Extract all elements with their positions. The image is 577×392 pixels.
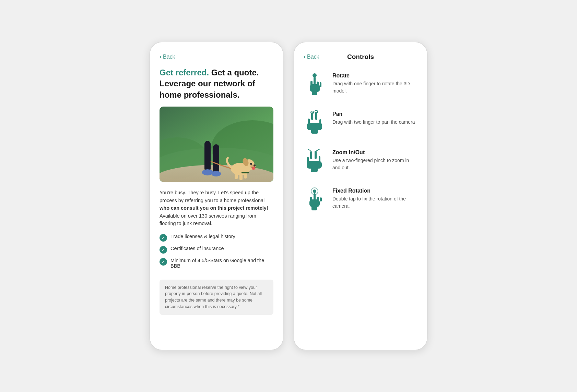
svg-point-7 [202,169,213,175]
svg-rect-37 [310,151,312,159]
right-phone-frame: ‹ Back Controls [294,42,427,350]
svg-rect-15 [235,172,238,179]
disclaimer-text: Home professional reserve the right to v… [165,285,262,309]
zoom-desc: Use a two-fingered pinch to zoom in and … [332,157,417,171]
fixed-rotation-control-item: Fixed Rotation Double tap to fix the rot… [304,186,417,213]
svg-rect-48 [320,197,322,201]
fixed-rotation-desc: Double tap to fix the rotation of the ca… [332,195,417,210]
rotate-desc: Drag with one finger to rotate the 3D mo… [332,80,417,95]
back-chevron-icon: ‹ [160,53,162,60]
svg-rect-26 [312,90,317,95]
svg-rect-6 [213,144,219,173]
svg-rect-16 [239,173,243,180]
body-text: You're busy. They're busy. Let's speed u… [160,189,273,227]
back-label-left: Back [163,54,175,60]
svg-point-8 [211,171,221,176]
pan-desc: Drag with two finger to pan the camera [332,119,417,126]
back-label-right: Back [307,54,319,60]
svg-point-14 [250,163,252,165]
fixed-rotation-icon [304,186,326,213]
list-item: ✓ Trade licenses & legal history [160,234,273,242]
svg-point-13 [254,164,256,167]
svg-rect-5 [204,141,211,172]
pan-icon [304,109,326,136]
check-icon: ✓ [160,234,167,242]
fixed-rotation-control-text: Fixed Rotation Double tap to fix the rot… [332,186,417,210]
list-item: ✓ Certificates of insurance [160,246,273,254]
list-item: ✓ Minimum of 4.5/5-Stars on Google and t… [160,258,273,269]
controls-header: ‹ Back Controls [304,53,417,60]
svg-rect-40 [319,156,320,162]
pan-label: Pan [332,111,417,117]
svg-rect-34 [311,129,318,134]
body-text-normal2: Available on over 130 services ranging f… [160,213,256,226]
list-item-text: Trade licenses & legal history [170,234,235,239]
pan-control-item: Pan Drag with two finger to pan the came… [304,109,417,136]
list-item-text: Certificates of insurance [170,246,224,251]
svg-line-36 [317,149,320,151]
svg-rect-24 [320,82,321,87]
page-title: Controls [347,53,374,61]
promo-image [160,107,273,182]
zoom-control-text: Zoom In/Out Use a two-fingered pinch to … [332,147,417,171]
body-text-bold: who can consult you on this project remo… [160,205,268,211]
back-chevron-icon-right: ‹ [304,53,306,60]
rotate-label: Rotate [332,73,417,79]
svg-rect-50 [311,206,317,210]
svg-rect-18 [242,172,249,173]
check-icon: ✓ [160,246,167,254]
svg-rect-45 [314,193,316,200]
back-button-left[interactable]: ‹ Back [160,53,273,60]
headline: Get referred. Get a quote. Leverage our … [160,67,273,100]
zoom-control-item: Zoom In/Out Use a two-fingered pinch to … [304,147,417,175]
svg-rect-42 [311,167,318,172]
check-icon: ✓ [160,258,167,266]
list-item-text: Minimum of 4.5/5-Stars on Google and the… [170,258,273,269]
disclaimer-box: Home professional reserve the right to v… [160,280,273,315]
fixed-rotation-label: Fixed Rotation [332,188,417,194]
rotate-control-item: Rotate Drag with one finger to rotate th… [304,71,417,98]
headline-green: Get referred. [160,68,209,77]
zoom-icon [304,147,326,175]
svg-rect-21 [314,77,316,84]
svg-point-44 [313,189,316,193]
left-phone-frame: ‹ Back Get referred. Get a quote. Levera… [150,42,283,350]
checklist: ✓ Trade licenses & legal history ✓ Certi… [160,234,273,273]
rotate-icon [304,71,326,98]
svg-line-35 [308,149,311,151]
pan-control-text: Pan Drag with two finger to pan the came… [332,109,417,126]
svg-point-19 [252,167,255,170]
rotate-control-text: Rotate Drag with one finger to rotate th… [332,71,417,95]
zoom-label: Zoom In/Out [332,149,417,156]
back-button-right[interactable]: ‹ Back [304,53,319,60]
body-text-normal: You're busy. They're busy. Let's speed u… [160,190,264,203]
svg-rect-38 [315,151,317,159]
